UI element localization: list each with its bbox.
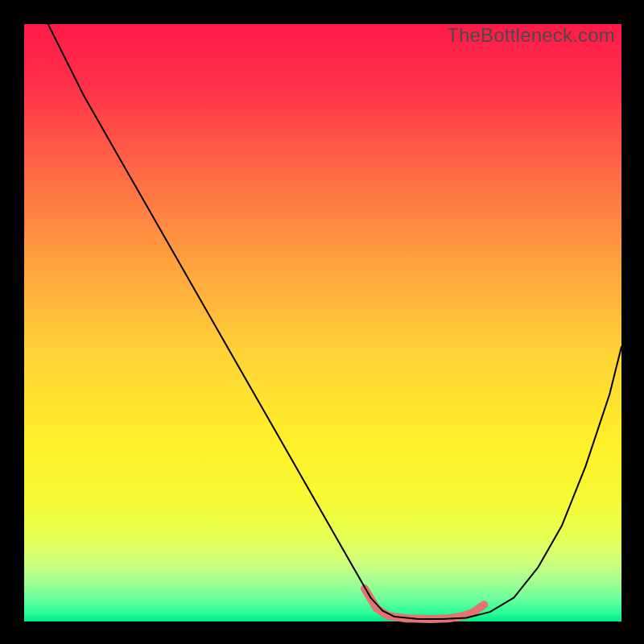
chart-frame: TheBottleneck.com (0, 0, 644, 644)
bottleneck-highlight-path (365, 588, 484, 619)
plot-area: TheBottleneck.com (24, 24, 621, 621)
bottleneck-curve-path (48, 24, 621, 619)
curve-layer (24, 24, 621, 621)
watermark-text: TheBottleneck.com (447, 24, 615, 47)
